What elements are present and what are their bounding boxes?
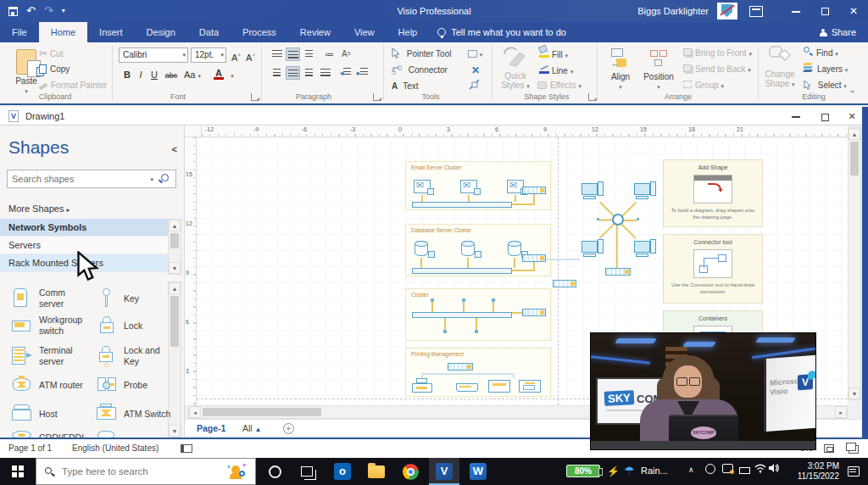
scanner-shape[interactable] [456,383,478,392]
workstation-shape[interactable] [581,241,604,259]
tab-file[interactable]: File [0,22,39,42]
add-page-icon[interactable]: + [283,423,294,434]
align-center-button[interactable] [286,47,300,61]
search-highlights-icon[interactable]: ✦✦ [228,464,245,481]
tab-help[interactable]: Help [387,22,430,42]
ethernet-shape[interactable] [412,268,512,274]
shape-lock[interactable]: Lock [95,314,176,339]
weather-label[interactable]: Rain... [641,465,668,476]
ethernet-shape[interactable] [412,312,512,318]
canvas-vertical-scrollbar[interactable]: ▲ ▼ [848,127,861,400]
canvas-hscroll-thumb[interactable] [203,408,321,416]
italic-button[interactable]: I [136,68,146,81]
canvas-scroll-left-icon[interactable]: ◂ [189,406,201,418]
database-server-shape[interactable] [508,241,521,256]
database-client-shape[interactable] [475,251,481,258]
shape-atm-router[interactable]: ATM router [10,373,92,399]
tray-app-icon[interactable] [705,464,715,476]
cortana-icon[interactable] [259,458,290,485]
select-button[interactable]: Select ▾ [804,78,847,93]
taskbar-search-box[interactable]: ✦✦ [36,458,256,485]
increase-indent-button[interactable]: ▸ [355,66,370,80]
copier-shape[interactable] [488,380,510,393]
font-color-caret[interactable]: ▾ [227,68,237,81]
decrease-indent-button[interactable]: ◂ [338,66,353,80]
search-scope-caret-icon[interactable]: ▾ [150,176,153,183]
search-icon[interactable] [161,174,169,181]
page-tab-all[interactable]: All ▲ [242,420,262,438]
email-server-client-shape[interactable] [474,188,481,195]
doc-minimize-button[interactable] [783,107,809,125]
printer-shape[interactable] [412,378,432,393]
char-spacing-button[interactable]: A⁵ [339,47,353,61]
shape-lock-and-key[interactable]: Lock and Key [95,344,176,370]
tab-design[interactable]: Design [135,22,187,42]
rack-server-shape[interactable] [522,187,546,194]
tray-battery-icon[interactable] [739,465,750,476]
align-button[interactable]: ← Align▾ [604,46,637,100]
user-avatar[interactable] [717,3,737,20]
shape-host[interactable]: Host [10,402,92,427]
doc-close-button[interactable]: ✕ [839,107,865,125]
align-bottom-button[interactable] [302,66,316,80]
shapes-search-input[interactable] [12,170,139,187]
shape-key[interactable]: Key [95,287,176,312]
wifi-icon[interactable] [754,463,766,475]
print-server-rack-shape[interactable] [448,363,473,371]
database-server-shape[interactable] [461,241,475,256]
rack-server-shape[interactable] [605,268,631,276]
layers-button[interactable]: Layers ▾ [804,62,848,77]
align-top-button[interactable] [270,66,284,80]
line-button[interactable]: Line ▾ [537,62,573,77]
ring-hub-shape[interactable] [612,214,624,226]
canvas-scroll-right-icon[interactable]: ▸ [835,406,847,418]
macro-record-icon[interactable] [181,444,192,453]
shapes-search-box[interactable]: ▾ [7,170,176,188]
bullets-button[interactable]: ≔ [322,47,337,61]
restore-button[interactable] [810,0,839,22]
rectangle-tool-button[interactable]: ▾ [468,47,482,62]
strikethrough-button[interactable]: abc [163,69,180,82]
tab-insert[interactable]: Insert [87,22,135,42]
connection-point-tool-button[interactable] [469,79,480,94]
taskbar-clock[interactable]: 3:02 PM 11/15/2022 [783,461,839,482]
volume-icon[interactable] [768,463,780,475]
shape-probe[interactable]: Probe [95,373,176,399]
tab-home[interactable]: Home [39,22,87,42]
paragraph-dialog-launcher-icon[interactable] [373,93,381,101]
workstation-shape[interactable] [634,241,656,259]
canvas-vscroll-thumb[interactable] [850,142,859,176]
pointer-tool-button[interactable]: Pointer Tool [392,47,451,62]
connector-button[interactable]: Connector [392,63,448,78]
rack-server-shape[interactable] [522,309,546,316]
rack-server-shape[interactable] [522,254,546,262]
justify-button[interactable] [318,66,332,80]
language-status[interactable]: English (United States) [72,443,159,453]
workstation-shape[interactable] [581,183,604,202]
file-explorer-icon[interactable] [361,458,392,485]
ethernet-shape[interactable] [412,202,512,208]
help-panel-connector-tool[interactable]: Connector tool Use the Connector tool to… [663,234,763,304]
shape-workgroup-switch[interactable]: Workgroup switch [10,314,92,339]
stencil-scroll-down-icon[interactable]: ▼ [169,262,181,274]
stencil-scroll-up-icon[interactable]: ▲ [169,220,181,231]
action-center-icon[interactable] [848,466,860,477]
change-case-button[interactable]: Aa ▾ [181,68,203,81]
stencil-scroll-thumb[interactable] [170,233,179,248]
shrink-font-button[interactable]: A˅ [244,48,257,62]
share-button[interactable]: Share [820,22,856,42]
shape-terminal-server[interactable]: Terminal server [10,344,92,370]
outlook-icon[interactable]: o [327,458,358,485]
tab-view[interactable]: View [342,22,387,42]
fill-button[interactable]: Fill ▾ [537,46,568,61]
shape-comm-server[interactable]: Comm server [10,287,92,312]
tray-meet-icon[interactable] [722,464,733,475]
align-left-button[interactable] [270,47,284,61]
stencil-network-symbols[interactable]: Network Symbols [0,219,168,237]
help-panel-add-shape[interactable]: Add Shape To build a diagram, drag shape… [663,159,763,227]
canvas-scroll-up-icon[interactable]: ▲ [849,128,860,140]
connection-point-x-button[interactable]: ✕ [471,63,480,78]
doc-restore-button[interactable] [812,107,837,125]
collapse-shapes-panel-icon[interactable]: < [172,144,177,154]
shape-styles-dialog-launcher-icon[interactable] [588,93,596,101]
